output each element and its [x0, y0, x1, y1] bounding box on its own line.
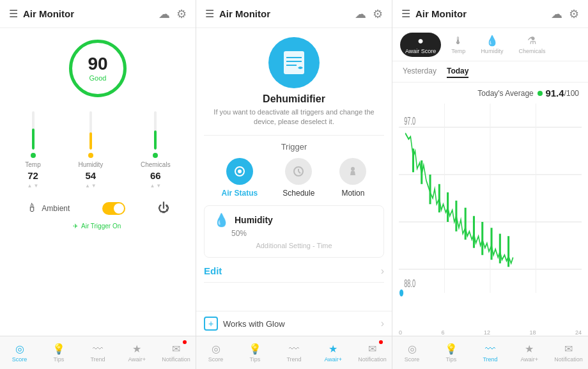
menu-icon-2[interactable]: ☰ [205, 8, 214, 20]
today-btn[interactable]: Today [447, 65, 468, 78]
nav-trend-label-2: Trend [286, 356, 301, 363]
device-desc: If you want to deactivate all triggers a… [196, 107, 392, 127]
avg-value: 91.4 [545, 88, 564, 98]
nav-tips-icon-2: 💡 [249, 343, 261, 355]
nav-score-2[interactable]: ◎ Score [196, 336, 235, 369]
schedule-circle [285, 158, 312, 185]
trigger-section: Trigger Air Status [196, 136, 392, 203]
humidity-card-title: Humidity [235, 215, 273, 225]
settings-icon-2[interactable]: ⚙ [373, 7, 383, 21]
humidity-value: 54 [86, 170, 97, 181]
nav-tips-2[interactable]: 💡 Tips [235, 336, 274, 369]
nav-awair-icon-2: ★ [329, 343, 337, 355]
nav-trend-label-1: Trend [90, 356, 105, 363]
chemicals-tab-label: Chemicals [518, 48, 545, 54]
nav-notif-icon-1: ✉ [172, 343, 180, 355]
metrics-row: Temp 72 ▲ ▼ Humidity 54 ▲ ▼ [0, 104, 196, 191]
score-number: 90 [88, 55, 107, 73]
nav-trend-3[interactable]: 〰 Trend [470, 336, 509, 369]
ambient-btn[interactable]: 🕯 Ambient [26, 201, 70, 215]
nav-tips-1[interactable]: 💡 Tips [39, 336, 78, 369]
temp-bar-fill [32, 129, 35, 150]
temp-bar [32, 111, 35, 150]
tab-humidity[interactable]: 💧 Humidity [476, 32, 508, 57]
edit-label: Edit [204, 265, 222, 276]
avg-label: Today's Average [477, 89, 538, 98]
menu-icon-3[interactable]: ☰ [401, 8, 410, 20]
panel-score: ☰ Air Monitor ☁ ⚙ 90 Good Temp 72 ▲ [0, 0, 196, 336]
nav-trend-icon-2: 〰 [289, 343, 299, 355]
svg-point-9 [351, 167, 355, 171]
bottom-nav: ◎ Score 💡 Tips 〰 Trend ★ Awair+ ✉ Notifi… [0, 336, 588, 369]
weather-icon-3[interactable]: ☁ [551, 7, 562, 21]
chemicals-bar-fill [154, 130, 157, 150]
chemicals-value: 66 [150, 170, 161, 181]
tab-awair-score[interactable]: ● Awair Score [400, 33, 441, 57]
x-label-0: 0 [399, 329, 402, 336]
nav-trend-2[interactable]: 〰 Trend [274, 336, 313, 369]
nav-score-1[interactable]: ◎ Score [0, 336, 39, 369]
nav-awair-label-3: Awair+ [520, 356, 538, 363]
power-icon: ⏻ [158, 201, 169, 215]
awair-score-tab-label: Awair Score [405, 48, 436, 54]
settings-icon-1[interactable]: ⚙ [176, 7, 187, 21]
nav-notif-icon-3: ✉ [564, 343, 573, 355]
svg-point-5 [238, 169, 242, 173]
nav-notif-label-1: Notification [162, 356, 190, 363]
nav-notif-2[interactable]: ✉ Notification [353, 336, 392, 369]
panel2-header: ☰ Air Monitor ☁ ⚙ [196, 0, 392, 28]
trigger-on-text: Air Trigger On [81, 223, 121, 230]
nav-tips-3[interactable]: 💡 Tips [431, 336, 470, 369]
nav-notif-label-3: Notification [554, 356, 583, 363]
metric-temp: Temp 72 ▲ ▼ [25, 111, 40, 189]
score-label: Good [89, 74, 107, 82]
nav-awair-2[interactable]: ★ Awair+ [314, 336, 353, 369]
settings-icon-3[interactable]: ⚙ [569, 7, 579, 21]
x-label-24: 24 [575, 329, 582, 336]
humidity-bar [89, 111, 92, 150]
humidity-bar-fill [89, 132, 92, 150]
notif-badge-1 [183, 340, 187, 344]
chemicals-label: Chemicals [141, 161, 171, 168]
chemicals-dot [153, 153, 158, 158]
temp-dot [31, 153, 36, 158]
panel1-title: Air Monitor [23, 8, 152, 19]
trigger-motion[interactable]: Motion [339, 158, 366, 198]
nav-score-label-2: Score [208, 356, 224, 363]
tab-chemicals[interactable]: ⚗ Chemicals [513, 32, 550, 57]
nav-awair-icon-1: ★ [132, 343, 141, 355]
yesterday-btn[interactable]: Yesterday [403, 65, 437, 78]
humidity-card: 💧 Humidity 50% Additional Setting - Time [204, 205, 384, 258]
temp-value: 72 [27, 170, 38, 181]
nav-awair-3[interactable]: ★ Awair+ [510, 336, 549, 369]
nav-notif-1[interactable]: ✉ Notification [157, 336, 196, 369]
air-status-circle [226, 158, 253, 185]
nav-score-3[interactable]: ◎ Score [392, 336, 431, 369]
nav-awair-1[interactable]: ★ Awair+ [118, 336, 157, 369]
toggle-btn[interactable] [102, 202, 125, 215]
nav-trend-1[interactable]: 〰 Trend [78, 336, 117, 369]
device-icon-section [196, 37, 392, 88]
chart-header: Today's Average 91.4 /100 [392, 82, 588, 104]
chart-area: 97.0 88.0 [392, 104, 588, 329]
metric-chemicals: Chemicals 66 ▲ ▼ [141, 111, 171, 189]
weather-icon-2[interactable]: ☁ [355, 7, 366, 21]
trigger-schedule[interactable]: Schedule [282, 158, 314, 198]
edit-row[interactable]: Edit › [196, 260, 392, 282]
humidity-label: Humidity [78, 161, 103, 168]
trigger-air-status[interactable]: Air Status [222, 158, 258, 198]
tab-temp[interactable]: 🌡 Temp [446, 33, 470, 57]
works-row[interactable]: + Works with Glow › [196, 311, 392, 336]
nav-section-2: ◎ Score 💡 Tips 〰 Trend ★ Awair+ ✉ Notifi… [196, 336, 392, 369]
weather-icon-1[interactable]: ☁ [159, 7, 170, 21]
nav-tips-label-3: Tips [445, 356, 456, 363]
device-name: Dehumidifier [196, 93, 392, 105]
panel-trend: ☰ Air Monitor ☁ ⚙ ● Awair Score 🌡 Temp 💧… [392, 0, 588, 336]
menu-icon-1[interactable]: ☰ [9, 8, 18, 20]
nav-notif-3[interactable]: ✉ Notification [549, 336, 588, 369]
temp-arrows: ▲ ▼ [27, 183, 39, 189]
power-btn[interactable]: ⏻ [158, 201, 169, 215]
works-label: Works with Glow [223, 319, 285, 329]
notif-badge-2 [379, 340, 383, 344]
works-arrow-icon: › [381, 318, 384, 329]
